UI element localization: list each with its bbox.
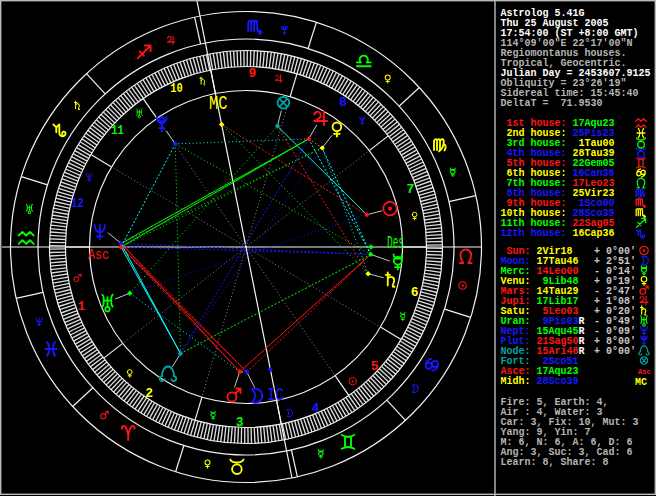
svg-text:1: 1 [78,299,86,314]
svg-text:8: 8 [339,95,347,110]
svg-text:11: 11 [111,123,124,138]
svg-text:IC: IC [267,385,284,405]
svg-text:4: 4 [312,401,320,416]
svg-text:Midh:: Midh: [501,376,531,387]
svg-text:7: 7 [407,182,415,197]
svg-text:Asc: Asc [638,368,651,376]
svg-text:28Sco39: 28Sco39 [537,376,579,387]
svg-text:10: 10 [170,81,183,96]
svg-text:9: 9 [248,66,256,81]
svg-text:2: 2 [145,386,153,401]
svg-text:MC: MC [209,92,228,115]
svg-text:DeltaT = 71.9530: DeltaT = 71.9530 [501,98,603,109]
svg-text:Learn: 8, Share: 8: Learn: 8, Share: 8 [501,457,609,468]
svg-text:Asc: Asc [88,247,109,264]
svg-text:6: 6 [411,285,419,300]
svg-text:12: 12 [71,196,84,211]
svg-text:R: R [579,346,585,357]
svg-text:16Cap36: 16Cap36 [573,228,615,239]
svg-text:5: 5 [371,359,379,374]
svg-text:Des: Des [387,233,404,253]
svg-text:3: 3 [236,415,244,430]
svg-text:MC: MC [635,377,647,388]
svg-text:+ 0°00': + 0°00' [594,346,636,357]
svg-text:12th house:: 12th house: [501,228,567,239]
